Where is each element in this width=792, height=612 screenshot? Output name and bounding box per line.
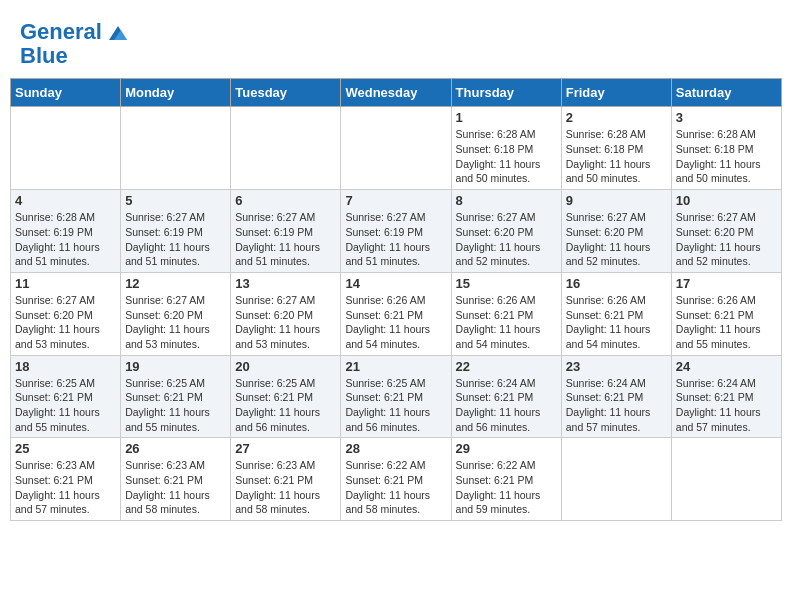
week-row-5: 25Sunrise: 6:23 AM Sunset: 6:21 PM Dayli… — [11, 438, 782, 521]
day-number: 1 — [456, 110, 557, 125]
day-number: 14 — [345, 276, 446, 291]
day-number: 3 — [676, 110, 777, 125]
weekday-header-row: SundayMondayTuesdayWednesdayThursdayFrid… — [11, 79, 782, 107]
calendar-cell — [671, 438, 781, 521]
weekday-header-wednesday: Wednesday — [341, 79, 451, 107]
day-info: Sunrise: 6:22 AM Sunset: 6:21 PM Dayligh… — [345, 458, 446, 517]
calendar-cell: 9Sunrise: 6:27 AM Sunset: 6:20 PM Daylig… — [561, 190, 671, 273]
day-info: Sunrise: 6:27 AM Sunset: 6:20 PM Dayligh… — [15, 293, 116, 352]
day-info: Sunrise: 6:25 AM Sunset: 6:21 PM Dayligh… — [235, 376, 336, 435]
day-info: Sunrise: 6:25 AM Sunset: 6:21 PM Dayligh… — [345, 376, 446, 435]
week-row-4: 18Sunrise: 6:25 AM Sunset: 6:21 PM Dayli… — [11, 355, 782, 438]
day-number: 22 — [456, 359, 557, 374]
day-info: Sunrise: 6:25 AM Sunset: 6:21 PM Dayligh… — [15, 376, 116, 435]
day-number: 29 — [456, 441, 557, 456]
calendar-cell: 6Sunrise: 6:27 AM Sunset: 6:19 PM Daylig… — [231, 190, 341, 273]
day-number: 27 — [235, 441, 336, 456]
calendar-cell: 23Sunrise: 6:24 AM Sunset: 6:21 PM Dayli… — [561, 355, 671, 438]
calendar-cell — [231, 107, 341, 190]
day-info: Sunrise: 6:24 AM Sunset: 6:21 PM Dayligh… — [566, 376, 667, 435]
calendar-cell: 8Sunrise: 6:27 AM Sunset: 6:20 PM Daylig… — [451, 190, 561, 273]
week-row-1: 1Sunrise: 6:28 AM Sunset: 6:18 PM Daylig… — [11, 107, 782, 190]
day-number: 25 — [15, 441, 116, 456]
calendar-cell — [11, 107, 121, 190]
calendar-cell: 11Sunrise: 6:27 AM Sunset: 6:20 PM Dayli… — [11, 272, 121, 355]
weekday-header-tuesday: Tuesday — [231, 79, 341, 107]
week-row-3: 11Sunrise: 6:27 AM Sunset: 6:20 PM Dayli… — [11, 272, 782, 355]
calendar-cell: 15Sunrise: 6:26 AM Sunset: 6:21 PM Dayli… — [451, 272, 561, 355]
day-info: Sunrise: 6:27 AM Sunset: 6:19 PM Dayligh… — [125, 210, 226, 269]
day-number: 15 — [456, 276, 557, 291]
day-info: Sunrise: 6:28 AM Sunset: 6:18 PM Dayligh… — [566, 127, 667, 186]
day-info: Sunrise: 6:28 AM Sunset: 6:18 PM Dayligh… — [676, 127, 777, 186]
calendar-cell: 28Sunrise: 6:22 AM Sunset: 6:21 PM Dayli… — [341, 438, 451, 521]
logo: General Blue — [20, 20, 127, 68]
calendar-cell: 13Sunrise: 6:27 AM Sunset: 6:20 PM Dayli… — [231, 272, 341, 355]
logo-text-blue: Blue — [20, 44, 68, 68]
day-info: Sunrise: 6:27 AM Sunset: 6:20 PM Dayligh… — [235, 293, 336, 352]
day-number: 17 — [676, 276, 777, 291]
day-number: 7 — [345, 193, 446, 208]
weekday-header-sunday: Sunday — [11, 79, 121, 107]
header: General Blue — [10, 10, 782, 73]
day-number: 5 — [125, 193, 226, 208]
day-number: 11 — [15, 276, 116, 291]
day-info: Sunrise: 6:25 AM Sunset: 6:21 PM Dayligh… — [125, 376, 226, 435]
day-number: 4 — [15, 193, 116, 208]
day-info: Sunrise: 6:28 AM Sunset: 6:19 PM Dayligh… — [15, 210, 116, 269]
day-number: 26 — [125, 441, 226, 456]
weekday-header-monday: Monday — [121, 79, 231, 107]
day-info: Sunrise: 6:27 AM Sunset: 6:19 PM Dayligh… — [345, 210, 446, 269]
day-info: Sunrise: 6:23 AM Sunset: 6:21 PM Dayligh… — [125, 458, 226, 517]
day-info: Sunrise: 6:24 AM Sunset: 6:21 PM Dayligh… — [456, 376, 557, 435]
calendar-cell: 5Sunrise: 6:27 AM Sunset: 6:19 PM Daylig… — [121, 190, 231, 273]
logo-icon — [109, 26, 127, 40]
calendar-cell: 20Sunrise: 6:25 AM Sunset: 6:21 PM Dayli… — [231, 355, 341, 438]
calendar-cell: 24Sunrise: 6:24 AM Sunset: 6:21 PM Dayli… — [671, 355, 781, 438]
day-number: 21 — [345, 359, 446, 374]
day-number: 6 — [235, 193, 336, 208]
day-number: 8 — [456, 193, 557, 208]
day-number: 12 — [125, 276, 226, 291]
day-number: 18 — [15, 359, 116, 374]
day-info: Sunrise: 6:26 AM Sunset: 6:21 PM Dayligh… — [456, 293, 557, 352]
day-number: 20 — [235, 359, 336, 374]
day-number: 19 — [125, 359, 226, 374]
calendar: SundayMondayTuesdayWednesdayThursdayFrid… — [10, 78, 782, 521]
weekday-header-thursday: Thursday — [451, 79, 561, 107]
calendar-cell — [121, 107, 231, 190]
day-info: Sunrise: 6:27 AM Sunset: 6:20 PM Dayligh… — [125, 293, 226, 352]
calendar-cell: 25Sunrise: 6:23 AM Sunset: 6:21 PM Dayli… — [11, 438, 121, 521]
day-info: Sunrise: 6:22 AM Sunset: 6:21 PM Dayligh… — [456, 458, 557, 517]
calendar-cell: 21Sunrise: 6:25 AM Sunset: 6:21 PM Dayli… — [341, 355, 451, 438]
day-number: 16 — [566, 276, 667, 291]
calendar-cell: 2Sunrise: 6:28 AM Sunset: 6:18 PM Daylig… — [561, 107, 671, 190]
calendar-cell: 4Sunrise: 6:28 AM Sunset: 6:19 PM Daylig… — [11, 190, 121, 273]
logo-text: General — [20, 20, 127, 44]
calendar-cell: 26Sunrise: 6:23 AM Sunset: 6:21 PM Dayli… — [121, 438, 231, 521]
day-info: Sunrise: 6:26 AM Sunset: 6:21 PM Dayligh… — [676, 293, 777, 352]
calendar-cell: 29Sunrise: 6:22 AM Sunset: 6:21 PM Dayli… — [451, 438, 561, 521]
day-info: Sunrise: 6:23 AM Sunset: 6:21 PM Dayligh… — [235, 458, 336, 517]
day-number: 23 — [566, 359, 667, 374]
day-number: 13 — [235, 276, 336, 291]
day-info: Sunrise: 6:27 AM Sunset: 6:19 PM Dayligh… — [235, 210, 336, 269]
day-number: 24 — [676, 359, 777, 374]
day-number: 28 — [345, 441, 446, 456]
weekday-header-friday: Friday — [561, 79, 671, 107]
day-number: 2 — [566, 110, 667, 125]
day-info: Sunrise: 6:24 AM Sunset: 6:21 PM Dayligh… — [676, 376, 777, 435]
calendar-cell: 19Sunrise: 6:25 AM Sunset: 6:21 PM Dayli… — [121, 355, 231, 438]
calendar-cell: 10Sunrise: 6:27 AM Sunset: 6:20 PM Dayli… — [671, 190, 781, 273]
day-info: Sunrise: 6:27 AM Sunset: 6:20 PM Dayligh… — [456, 210, 557, 269]
day-number: 10 — [676, 193, 777, 208]
calendar-cell — [561, 438, 671, 521]
calendar-cell: 3Sunrise: 6:28 AM Sunset: 6:18 PM Daylig… — [671, 107, 781, 190]
day-info: Sunrise: 6:23 AM Sunset: 6:21 PM Dayligh… — [15, 458, 116, 517]
day-info: Sunrise: 6:26 AM Sunset: 6:21 PM Dayligh… — [566, 293, 667, 352]
calendar-cell: 1Sunrise: 6:28 AM Sunset: 6:18 PM Daylig… — [451, 107, 561, 190]
calendar-cell — [341, 107, 451, 190]
calendar-cell: 7Sunrise: 6:27 AM Sunset: 6:19 PM Daylig… — [341, 190, 451, 273]
day-number: 9 — [566, 193, 667, 208]
day-info: Sunrise: 6:27 AM Sunset: 6:20 PM Dayligh… — [676, 210, 777, 269]
